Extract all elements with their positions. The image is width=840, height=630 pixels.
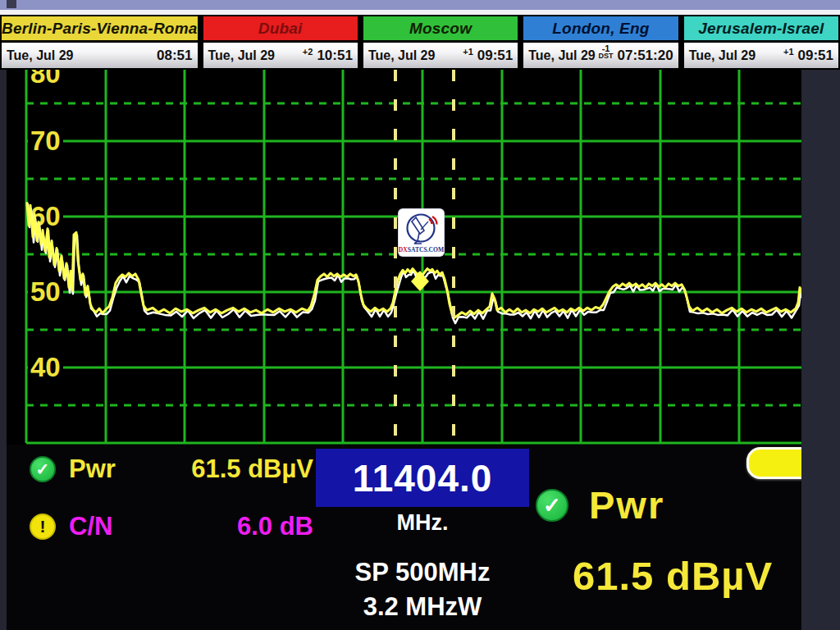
clock-time: 07:51:20 (618, 48, 673, 64)
pwr-value: 61.5 dBµV (166, 454, 313, 484)
clock-city-label: Moscow (363, 16, 518, 43)
measurement-panel: ✓ Pwr 61.5 dBµV ! C/N 6.0 dB 11404.0 MHz… (7, 445, 801, 630)
clock-city-label: Jerusalem-Israel (684, 16, 838, 43)
cn-label: C/N (69, 512, 112, 541)
world-clock-bar: Berlin-Paris-Vienna-Roma Tue, Jul 29 08:… (0, 15, 840, 70)
logo-text-rest: SATCS.COM (408, 246, 444, 253)
clock-utc-offset: -1 DST (599, 45, 614, 60)
clock-utc-offset: +1 (783, 48, 794, 56)
clock-datetime-row: Tue, Jul 29 +2 10:51 (203, 43, 358, 68)
clock-utc-offset: +2 (303, 48, 313, 56)
satellite-meter-screen: Berlin-Paris-Vienna-Roma Tue, Jul 29 08:… (0, 0, 840, 630)
pwr-label: Pwr (69, 454, 116, 484)
clock-date: Tue, Jul 29 (689, 48, 756, 63)
clock-datetime-row: Tue, Jul 29 -1 DST 07:51:20 (523, 43, 678, 68)
logo-text-dx: DX (399, 246, 408, 253)
clock-panel[interactable]: Berlin-Paris-Vienna-Roma Tue, Jul 29 08:… (0, 15, 199, 70)
clock-panel[interactable]: London, Eng Tue, Jul 29 -1 DST 07:51:20 (522, 15, 679, 70)
meter-content: 80 70 60 50 40 DXSATCS.COM (7, 70, 801, 630)
clock-time: 09:51 (477, 48, 513, 64)
cn-value: 6.0 dB (166, 512, 313, 541)
spectrum-display: 80 70 60 50 40 DXSATCS.COM (7, 70, 801, 445)
logo-circle (408, 215, 435, 242)
frequency-display[interactable]: 11404.0 (316, 449, 529, 507)
clock-time: 10:51 (317, 48, 352, 64)
yellow-pill-button[interactable] (746, 447, 801, 479)
clock-time: 08:51 (157, 48, 192, 64)
clock-datetime-row: Tue, Jul 29 +1 09:51 (684, 43, 838, 68)
clock-date: Tue, Jul 29 (528, 48, 596, 63)
span-readout: SP 500MHz (283, 558, 562, 587)
clock-date: Tue, Jul 29 (208, 48, 276, 63)
clock-datetime-row: Tue, Jul 29 +1 09:51 (363, 43, 518, 68)
cn-warning-icon: ! (30, 514, 56, 540)
frequency-unit: MHz. (316, 510, 529, 536)
pwr-ok-icon: ✓ (30, 456, 56, 482)
clock-panel[interactable]: Moscow Tue, Jul 29 +1 09:51 (362, 15, 519, 70)
dxsatcs-logo: DXSATCS.COM (399, 209, 444, 256)
bandwidth-readout: 3.2 MHzW (283, 592, 562, 622)
right-margin-column (801, 70, 840, 630)
clock-utc-offset: +1 (463, 48, 473, 56)
clock-city-label: London, Eng (523, 16, 678, 43)
clock-datetime-row: Tue, Jul 29 08:51 (2, 43, 198, 68)
clock-time: 09:51 (798, 48, 833, 64)
clock-panel[interactable]: Jerusalem-Israel Tue, Jul 29 +1 09:51 (682, 15, 840, 70)
big-pwr-label: Pwr (589, 482, 664, 527)
svg-text:DXSATCS.COM: DXSATCS.COM (399, 246, 444, 253)
clock-date: Tue, Jul 29 (368, 48, 436, 63)
window-tab (7, 0, 16, 8)
clock-city-label: Dubai (203, 16, 358, 43)
window-top-strip (0, 0, 840, 10)
clock-panel[interactable]: Dubai Tue, Jul 29 +2 10:51 (202, 15, 359, 70)
clock-date: Tue, Jul 29 (7, 48, 74, 63)
big-pwr-ok-icon: ✓ (536, 489, 568, 522)
big-pwr-value: 61.5 dBµV (573, 553, 773, 599)
frequency-value: 11404.0 (353, 456, 493, 500)
spectrum-traces (7, 70, 801, 445)
clock-city-label: Berlin-Paris-Vienna-Roma (2, 16, 198, 43)
